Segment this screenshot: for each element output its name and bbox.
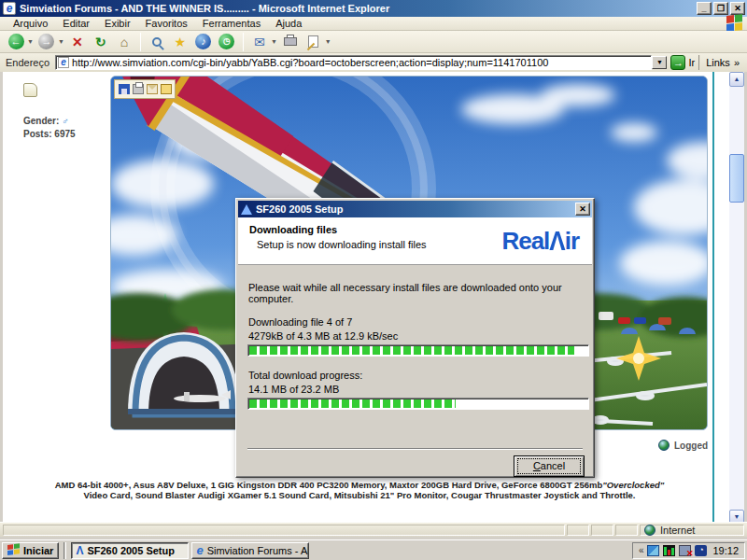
forward-dropdown-icon[interactable]: ▼ <box>58 38 64 45</box>
scroll-up-icon[interactable]: ▲ <box>729 72 744 87</box>
status-pane-3 <box>615 525 638 536</box>
go-arrow-icon: → <box>670 55 685 70</box>
history-icon[interactable]: ◷ <box>217 32 237 51</box>
status-bar: Internet <box>0 522 747 537</box>
taskbar-item-browser[interactable]: e Simviation Forums - AND ... <box>191 542 309 559</box>
menu-bar: Arquivo Editar Exibir Favoritos Ferramen… <box>0 17 747 31</box>
go-label: Ir <box>688 57 695 68</box>
gender-label: Gender: <box>23 116 59 126</box>
file-progress-label: Downloading file 4 of 7 <box>248 316 583 328</box>
disconnected-tray-icon[interactable] <box>679 545 691 556</box>
forward-button[interactable]: → <box>36 32 57 51</box>
favorites-icon[interactable]: ★ <box>170 32 190 51</box>
menu-ferramentas[interactable]: Ferramentas <box>195 18 268 29</box>
user-info: Gender: ♂ Posts: 6975 <box>23 115 76 141</box>
network-tray-icon[interactable] <box>647 545 659 556</box>
cancel-label: Cancel <box>518 459 580 473</box>
taskbar-clock: 19:12 <box>712 545 739 556</box>
vertical-scrollbar[interactable]: ▲ ▼ <box>729 72 744 525</box>
meter-tray-icon[interactable] <box>663 545 675 556</box>
dialog-body-text: Please wait while all necessary install … <box>248 282 583 304</box>
logged-label: Logged <box>674 441 708 451</box>
dialog-close-button[interactable]: ✕ <box>575 203 590 216</box>
start-button[interactable]: Iniciar <box>2 542 59 559</box>
print-icon[interactable] <box>280 32 301 51</box>
menu-favoritos[interactable]: Favoritos <box>138 18 195 29</box>
mail-icon[interactable]: ✉ <box>249 32 270 51</box>
total-progress-stats: 14.1 MB of 23.2 MB <box>248 384 583 395</box>
address-label: Endereço <box>6 57 49 68</box>
menu-editar[interactable]: Editar <box>55 18 97 29</box>
dialog-subheading: Setup is now downloading install files <box>257 239 427 250</box>
menu-ajuda[interactable]: Ajuda <box>268 18 309 29</box>
windows-flag-icon <box>726 14 743 33</box>
home-icon[interactable]: ⌂ <box>114 32 134 51</box>
signature-text: AMD 64-bit 4000+, Asus A8V Deluxe, 1 GIG… <box>3 480 716 500</box>
status-pane-2 <box>591 525 613 536</box>
links-chevron-icon: » <box>734 57 740 68</box>
edit-icon[interactable] <box>303 32 324 51</box>
media-icon[interactable]: ♪ <box>193 32 214 51</box>
refresh-icon[interactable]: ↻ <box>91 32 111 51</box>
setup-dialog: SF260 2005 Setup ✕ Downloading files Set… <box>235 198 595 478</box>
stop-icon[interactable]: ✕ <box>67 32 88 51</box>
window-titlebar[interactable]: e Simviation Forums - AND THE WINNER IS.… <box>0 0 747 17</box>
links-label: Links <box>706 57 730 68</box>
male-symbol-icon: ♂ <box>62 116 69 126</box>
go-button[interactable]: → Ir <box>670 55 695 70</box>
total-progress-label: Total download progress: <box>248 370 583 381</box>
status-main-pane <box>3 525 565 536</box>
internet-zone-label: Internet <box>660 525 695 536</box>
realair-app-icon <box>241 204 252 215</box>
page-content: Gender: ♂ Posts: 6975 <box>3 72 744 525</box>
logged-indicator: Logged <box>658 440 708 451</box>
menu-exibir[interactable]: Exibir <box>97 18 138 29</box>
search-icon[interactable] <box>147 32 167 51</box>
address-dropdown-icon[interactable]: ▼ <box>652 56 667 69</box>
total-progress-bar <box>247 398 589 410</box>
posts-label: Posts: 6975 <box>23 128 76 141</box>
logged-globe-icon <box>658 440 669 451</box>
links-bar[interactable]: Links » <box>698 55 745 70</box>
close-button[interactable]: ✕ <box>730 2 745 15</box>
back-button[interactable]: ← <box>6 32 26 51</box>
tray-chevron-icon[interactable]: « <box>639 545 644 555</box>
scrollbar-thumb[interactable] <box>729 154 744 203</box>
save-image-icon[interactable] <box>119 84 130 94</box>
table-border <box>712 72 714 525</box>
post-note-icon <box>23 83 37 97</box>
start-label: Iniciar <box>23 545 53 556</box>
desktop: { "window": { "title": "Simviation Forum… <box>0 0 747 560</box>
taskbar: Iniciar Λ SF260 2005 Setup e Simviation … <box>0 539 747 560</box>
status-pane-1 <box>567 525 589 536</box>
dialog-separator <box>247 448 583 450</box>
taskbar-divider <box>63 542 66 559</box>
image-toolbar <box>114 79 176 99</box>
print-image-icon[interactable] <box>133 84 144 94</box>
realair-task-icon: Λ <box>76 545 83 556</box>
windows-start-flag-icon <box>7 543 21 557</box>
toolbar-dropdown-icon[interactable]: ▼ <box>325 38 331 45</box>
internet-zone-icon <box>644 525 655 536</box>
dialog-title: SF260 2005 Setup <box>256 203 575 215</box>
media-tray-icon[interactable]: ◔ <box>695 545 707 556</box>
taskbar-item-setup[interactable]: Λ SF260 2005 Setup <box>71 542 189 559</box>
minimize-button[interactable]: _ <box>697 2 712 15</box>
status-zone-pane: Internet <box>640 525 744 536</box>
address-input[interactable]: e http://www.simviation.com/cgi-bin/yabb… <box>55 55 652 70</box>
file-progress-fill <box>249 346 574 355</box>
taskbar-item-setup-label: SF260 2005 Setup <box>87 545 175 556</box>
address-url: http://www.simviation.com/cgi-bin/yabb/Y… <box>72 57 548 68</box>
cancel-button[interactable]: Cancel <box>514 455 585 477</box>
back-dropdown-icon[interactable]: ▼ <box>27 38 34 45</box>
ie-app-icon: e <box>3 2 16 15</box>
open-pictures-icon[interactable] <box>161 84 172 94</box>
email-image-icon[interactable] <box>147 84 158 94</box>
total-progress-fill <box>249 399 456 408</box>
dialog-header: Downloading files Setup is now downloadi… <box>238 217 592 265</box>
dialog-titlebar[interactable]: SF260 2005 Setup ✕ <box>238 201 592 217</box>
menu-arquivo[interactable]: Arquivo <box>6 18 55 29</box>
mail-dropdown-icon[interactable]: ▼ <box>271 38 277 45</box>
restore-button[interactable]: ❐ <box>713 2 728 15</box>
dialog-heading: Downloading files <box>249 224 337 235</box>
